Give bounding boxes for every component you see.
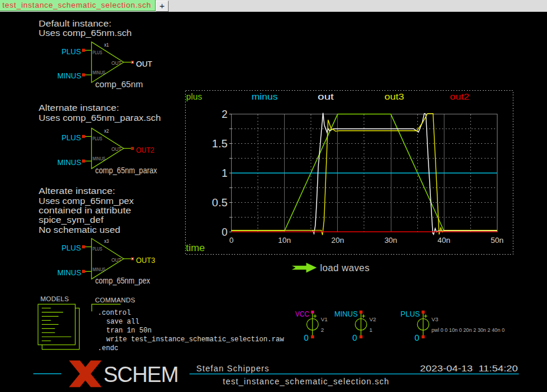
svg-text:out3: out3 — [384, 91, 404, 101]
svg-text:OUT2: OUT2 — [136, 146, 154, 154]
svg-text:minus: minus — [252, 91, 278, 101]
svg-text:OUT: OUT — [136, 60, 152, 68]
svg-text:Alterate instance:: Alterate instance: — [39, 186, 116, 196]
svg-text:comp_65nm: comp_65nm — [95, 80, 143, 89]
svg-text:0: 0 — [352, 333, 357, 342]
svg-text:No schematic used: No schematic used — [39, 225, 121, 235]
svg-text:PLUS: PLUS — [401, 309, 420, 318]
svg-text:OUT: OUT — [111, 146, 122, 152]
svg-text:10n: 10n — [278, 236, 291, 245]
svg-text:COMMANDS: COMMANDS — [95, 297, 135, 304]
svg-text:plus: plus — [186, 91, 202, 101]
svg-text:Uses comp_65nm_parax.sch: Uses comp_65nm_parax.sch — [39, 113, 162, 123]
svg-text:contained in attribute: contained in attribute — [39, 205, 131, 215]
svg-text:OUT: OUT — [111, 257, 122, 263]
svg-text:30n: 30n — [384, 236, 397, 245]
svg-text:V1: V1 — [321, 316, 328, 322]
svg-text:20n: 20n — [331, 236, 344, 245]
svg-text:SCHEM: SCHEM — [104, 363, 179, 387]
svg-text:1: 1 — [369, 327, 372, 333]
svg-text:x2: x2 — [104, 128, 109, 134]
svg-text:V3: V3 — [431, 316, 439, 322]
svg-text:VCC: VCC — [295, 309, 309, 318]
svg-text:out: out — [318, 91, 334, 101]
svg-text:PLUS: PLUS — [93, 246, 103, 252]
svg-text:write test_instance_schematic_: write test_instance_schematic_selection.… — [106, 335, 284, 344]
svg-text:spice_sym_def: spice_sym_def — [39, 215, 104, 225]
svg-text:Uses comp_65nm.sch: Uses comp_65nm.sch — [39, 28, 132, 38]
svg-text:V2: V2 — [369, 316, 376, 322]
svg-text:x3: x3 — [104, 238, 109, 244]
svg-text:MODELS: MODELS — [41, 295, 69, 302]
svg-text:2023-04-13 11:54:20: 2023-04-13 11:54:20 — [420, 364, 518, 373]
svg-text:2: 2 — [222, 108, 228, 120]
svg-text:PLUS: PLUS — [93, 136, 103, 141]
svg-text:2: 2 — [321, 327, 324, 333]
svg-text:tran 1n 50n: tran 1n 50n — [106, 327, 151, 335]
svg-text:MINUS: MINUS — [93, 266, 106, 272]
svg-text:PLUS: PLUS — [61, 134, 81, 142]
svg-text:MINUS: MINUS — [93, 156, 106, 162]
svg-text:OUT: OUT — [111, 60, 122, 66]
svg-text:test_instance_schematic_select: test_instance_schematic_selection.sch — [223, 377, 390, 386]
svg-text:x1: x1 — [104, 42, 109, 48]
svg-text:1.5: 1.5 — [212, 138, 228, 150]
svg-text:pwl 0 0 10n 0 20n 2 30n 2 40n: pwl 0 0 10n 0 20n 2 30n 2 40n 0 — [431, 327, 505, 333]
svg-text:50n: 50n — [490, 236, 503, 245]
svg-text:40n: 40n — [437, 236, 450, 245]
svg-text:0.5: 0.5 — [212, 197, 228, 209]
svg-text:Alternate instance:: Alternate instance: — [39, 103, 120, 113]
svg-text:.control: .control — [98, 309, 131, 317]
svg-text:0: 0 — [414, 333, 419, 342]
svg-text:Stefan Schippers: Stefan Schippers — [196, 364, 269, 373]
svg-text:1: 1 — [222, 167, 228, 179]
svg-text:load waves: load waves — [320, 263, 370, 273]
svg-text:time: time — [186, 243, 205, 253]
svg-text:MINUS: MINUS — [57, 159, 81, 167]
svg-text:MINUS: MINUS — [334, 309, 358, 318]
svg-text:PLUS: PLUS — [61, 48, 81, 56]
svg-text:comp_65nm_pex: comp_65nm_pex — [95, 276, 150, 285]
svg-text:0: 0 — [304, 333, 309, 342]
svg-text:save all: save all — [106, 318, 139, 326]
svg-text:MINUS: MINUS — [93, 70, 106, 75]
svg-text:0: 0 — [222, 226, 228, 238]
svg-text:PLUS: PLUS — [93, 50, 103, 55]
svg-text:Default instance:: Default instance: — [39, 18, 112, 28]
svg-text:out2: out2 — [450, 91, 469, 101]
svg-text:.endc: .endc — [98, 344, 118, 353]
svg-text:OUT3: OUT3 — [136, 256, 155, 265]
svg-text:PLUS: PLUS — [61, 244, 81, 252]
svg-text:MINUS: MINUS — [57, 72, 81, 80]
svg-text:Uses comp_65nm_pex: Uses comp_65nm_pex — [39, 196, 134, 206]
svg-text:0: 0 — [229, 236, 233, 245]
svg-text:comp_65nm_parax: comp_65nm_parax — [95, 166, 157, 175]
svg-text:MINUS: MINUS — [57, 269, 81, 277]
